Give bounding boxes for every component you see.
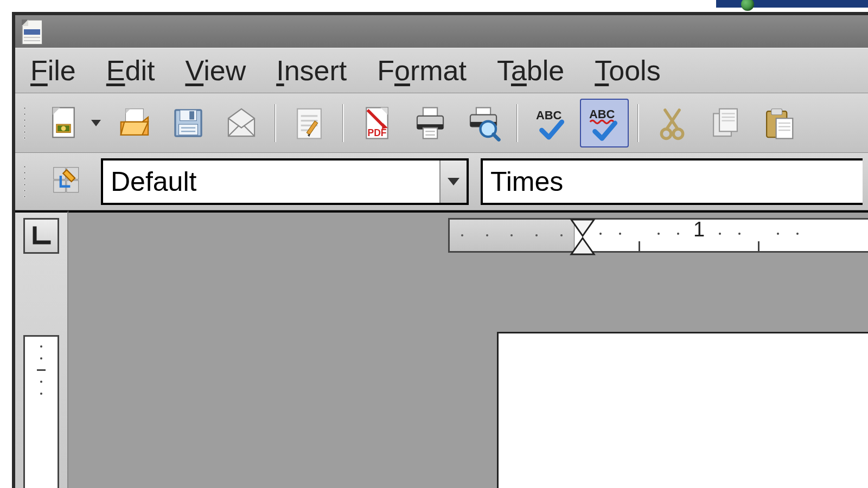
toolbar-grip[interactable]	[21, 165, 28, 198]
svg-point-41	[661, 129, 671, 138]
font-name-combo[interactable]	[481, 158, 863, 205]
spellcheck-button[interactable]: ABC	[527, 99, 576, 147]
paragraph-style-dropdown[interactable]	[439, 160, 467, 203]
paragraph-style-combo[interactable]	[101, 158, 469, 205]
menu-tools[interactable]: Tools	[595, 54, 660, 87]
save-button[interactable]	[164, 99, 213, 147]
svg-point-42	[673, 129, 683, 138]
off-screen-panel	[716, 0, 868, 8]
horizontal-ruler-wrap: 1	[68, 218, 868, 256]
titlebar[interactable]	[15, 15, 868, 48]
left-gutter	[15, 210, 68, 488]
horizontal-ruler[interactable]: 1	[448, 218, 868, 253]
export-pdf-button[interactable]: PDF	[353, 99, 401, 147]
toolbar-separator	[342, 104, 344, 142]
print-button[interactable]	[406, 99, 455, 147]
toolbar-separator	[275, 104, 276, 142]
document-viewport[interactable]: 1	[68, 210, 868, 488]
ruler-number: 1	[693, 218, 705, 241]
svg-point-4	[61, 126, 66, 131]
print-preview-button[interactable]	[459, 99, 508, 147]
standard-toolbar: PDF ABC	[15, 93, 868, 153]
menu-edit[interactable]: Edit	[106, 54, 155, 87]
document-area: 1	[15, 210, 868, 488]
menubar: File Edit View Insert Format Table Tools	[15, 48, 868, 93]
svg-text:PDF: PDF	[368, 127, 387, 138]
paste-button[interactable]	[754, 99, 803, 147]
toolbar-separator	[637, 104, 639, 142]
menu-format[interactable]: Format	[377, 54, 467, 87]
svg-rect-50	[776, 118, 793, 138]
application-window: File Edit View Insert Format Table Tools	[12, 12, 868, 488]
formatting-toolbar	[15, 153, 868, 210]
menu-file[interactable]: File	[30, 54, 76, 87]
menu-view[interactable]: View	[185, 54, 246, 87]
new-document-dropdown[interactable]	[91, 120, 101, 126]
svg-rect-49	[771, 108, 782, 114]
paragraph-style-input[interactable]	[103, 160, 439, 203]
vertical-ruler[interactable]	[23, 335, 59, 488]
svg-text:ABC: ABC	[589, 107, 615, 121]
document-icon	[18, 17, 47, 46]
menu-table[interactable]: Table	[497, 54, 564, 87]
new-document-button[interactable]	[39, 99, 88, 147]
tab-stop-type-button[interactable]	[23, 218, 59, 254]
styles-and-formatting-button[interactable]	[47, 160, 89, 203]
svg-line-36	[494, 134, 499, 139]
svg-rect-29	[423, 127, 437, 138]
email-button[interactable]	[217, 99, 266, 147]
menu-insert[interactable]: Insert	[276, 54, 347, 87]
toolbar-grip[interactable]	[21, 107, 28, 139]
globe-icon	[741, 0, 754, 11]
svg-text:ABC: ABC	[536, 108, 562, 122]
document-page[interactable]	[497, 332, 868, 488]
ruler-margin-zone[interactable]	[450, 220, 575, 251]
font-name-input[interactable]	[483, 160, 863, 203]
desktop-top-strip	[0, 0, 868, 11]
edit-document-button[interactable]	[285, 99, 334, 147]
auto-spellcheck-button[interactable]: ABC	[580, 99, 629, 147]
toolbar-separator	[516, 104, 518, 142]
svg-rect-10	[179, 124, 198, 135]
copy-button[interactable]	[701, 99, 750, 147]
open-button[interactable]	[111, 99, 159, 147]
cut-button[interactable]	[648, 99, 697, 147]
svg-rect-9	[189, 111, 194, 119]
